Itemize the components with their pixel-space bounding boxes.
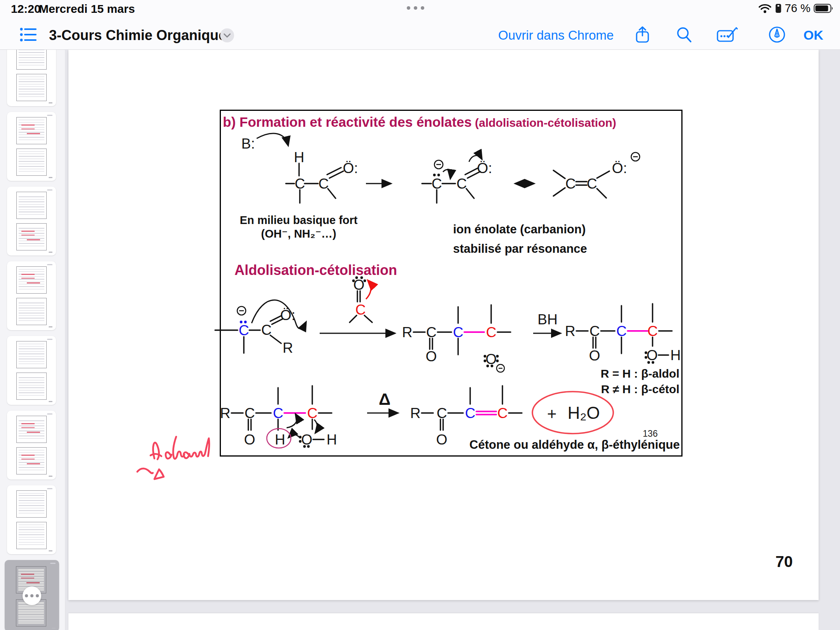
atom-label: O: [486, 351, 497, 367]
thumbnails-sidebar[interactable]: [0, 50, 65, 630]
content-area: 70: [0, 50, 840, 630]
pen-tool-button[interactable]: [768, 26, 786, 44]
slide-page-number: 136: [637, 429, 664, 439]
ink-letter: [173, 437, 184, 459]
ok-button[interactable]: OK: [803, 28, 823, 43]
atom-label: Ö:: [280, 307, 295, 323]
caption-r-eq-h: R = H : β-aldol: [566, 367, 679, 381]
atom-label: C: [426, 324, 437, 340]
more-options-button[interactable]: [23, 586, 41, 605]
slide-content: B:HCCÖ:CCÖ:CCÖ:: [220, 110, 682, 457]
slide-thumbnail[interactable]: [16, 298, 47, 325]
caption-cetone-aldehyde: Cétone ou aldéhyde α, β-éthylénique: [434, 438, 680, 452]
slide-thumbnail[interactable]: [16, 192, 47, 219]
status-icons: 76 %: [758, 2, 835, 15]
row2-red-curved-arrow: [366, 280, 371, 299]
atom-label: C: [245, 405, 255, 421]
slide-thumbnail[interactable]: [16, 74, 47, 101]
search-button[interactable]: [675, 26, 693, 44]
annotate-button[interactable]: [717, 26, 738, 44]
status-time: 12:20: [11, 2, 41, 16]
atom-label: R: [220, 405, 231, 421]
atom-label: C: [465, 405, 476, 421]
atom-label: C: [565, 176, 576, 192]
sidebar-thumbnail-card-selected[interactable]: [5, 560, 59, 630]
slide-thumbnail[interactable]: [16, 341, 47, 368]
slide-thumbnail[interactable]: [16, 149, 47, 176]
atom-label: O: [647, 347, 658, 363]
ink-delta: [154, 469, 164, 479]
battery-percentage: 76 %: [785, 2, 810, 15]
atom-label: H₂O: [567, 403, 600, 422]
slide-thumbnail[interactable]: [16, 447, 47, 474]
slide-thumbnail[interactable]: [16, 416, 47, 443]
pencil-battery-icon: [775, 3, 782, 14]
thumbnails-sidebar-button[interactable]: [19, 26, 37, 44]
atom-label: O: [301, 432, 313, 448]
ink-letter: [153, 443, 159, 459]
ink-letter: [166, 452, 172, 458]
atom-label: C: [590, 323, 600, 339]
row1-charges-and-dots: [433, 152, 640, 176]
atom-label: B:: [242, 136, 255, 152]
atom-label: Δ: [379, 390, 390, 408]
sidebar-thumbnail-card[interactable]: [7, 112, 56, 181]
atom-label: C: [497, 405, 508, 421]
open-in-chrome-button[interactable]: Ouvrir dans Chrome: [498, 28, 614, 43]
atom-label: O: [354, 277, 365, 293]
sidebar-thumbnail-card[interactable]: [7, 261, 56, 330]
atom-label: C: [307, 405, 318, 421]
atom-label: C: [432, 176, 442, 192]
title-dropdown-button[interactable]: [220, 28, 234, 42]
slide-thumbnail[interactable]: [16, 373, 47, 400]
slide-subtitle: Aldolisation-cétolisation: [234, 262, 397, 278]
atom-label: C: [587, 176, 597, 192]
atom-label: C: [261, 322, 272, 338]
multitasking-indicator[interactable]: [407, 6, 424, 10]
atom-label: O: [589, 348, 600, 364]
atom-label: +: [547, 405, 557, 423]
atom-label: C: [648, 323, 658, 339]
atom-label: C: [437, 405, 447, 421]
document-title[interactable]: 3-Cours Chimie Organique: [49, 27, 226, 44]
share-button[interactable]: [634, 26, 651, 44]
slide-thumbnail[interactable]: [16, 223, 47, 250]
slide-thumbnail[interactable]: [16, 522, 47, 549]
atom-label: C: [457, 176, 467, 192]
caption-milieu-basique: En milieu basique fort: [231, 214, 367, 227]
atom-label: C: [355, 302, 366, 318]
slide-thumbnail[interactable]: [16, 490, 47, 518]
sidebar-thumbnail-card[interactable]: [7, 187, 56, 256]
atom-label: Ö:: [343, 160, 358, 176]
reaction-scheme-graphics: B:HCCÖ:CCÖ:CCÖ:: [220, 110, 682, 457]
battery-icon: [814, 3, 835, 14]
atom-label: R: [283, 340, 293, 356]
sidebar-thumbnail-card[interactable]: [7, 485, 56, 554]
status-date: Mercredi 15 mars: [39, 2, 135, 16]
slide-thumbnail[interactable]: [16, 266, 47, 294]
atom-label: R: [410, 405, 421, 421]
atom-label: BH: [537, 312, 557, 327]
caption-r-neq-h: R ≠ H : β-cétol: [566, 383, 679, 396]
atom-label: R: [565, 323, 576, 339]
ink-letter: [184, 438, 209, 458]
atom-label: C: [318, 176, 329, 192]
handwritten-annotation: [134, 433, 226, 485]
slide-thumbnail[interactable]: [16, 117, 47, 144]
caption-milieu-basique-2: (OH⁻, NH₂⁻…): [231, 228, 367, 240]
atom-label: R: [402, 324, 413, 340]
pdf-next-page-edge[interactable]: [68, 613, 819, 630]
atom-label: H: [294, 149, 304, 165]
row2-atoms: CCÖ:ROCRCOCCOBHRCOCCOH: [239, 277, 681, 367]
atom-label: H: [670, 347, 681, 363]
atom-label: C: [453, 324, 464, 340]
caption-ion-enolate: ion énolate (carbanion): [453, 222, 586, 236]
atom-label: Ö:: [477, 160, 492, 176]
atom-label: C: [273, 405, 284, 421]
atom-label: H: [275, 432, 285, 448]
slide-title-main: b) Formation et réactivité des énolates: [223, 114, 472, 130]
sidebar-thumbnail-card[interactable]: [7, 336, 56, 405]
slide-title: b) Formation et réactivité des énolates …: [223, 114, 682, 130]
sidebar-thumbnail-card[interactable]: [7, 411, 56, 480]
atom-label: Ö:: [612, 160, 627, 176]
